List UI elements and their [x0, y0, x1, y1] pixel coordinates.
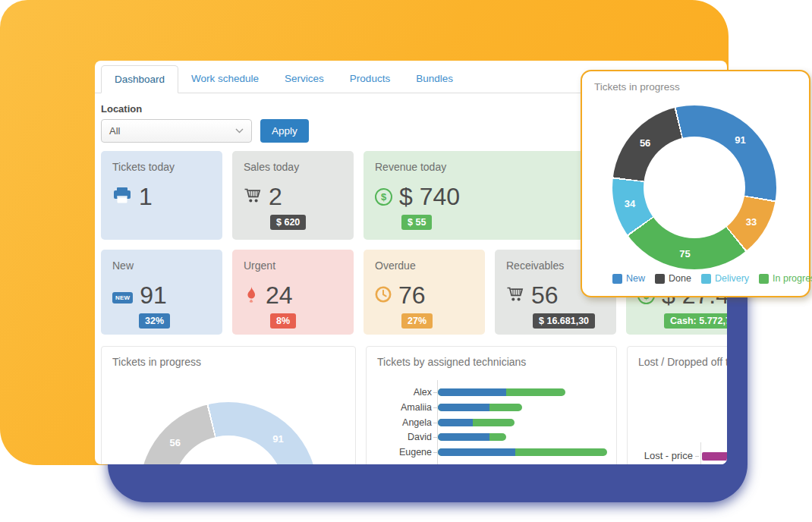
cart-icon: [506, 286, 524, 302]
tab-work-schedule[interactable]: Work schedule: [178, 65, 272, 93]
axis-tick: [433, 407, 437, 408]
technicians-card: Tickets by assigned technicians AlexAmal…: [366, 346, 617, 464]
cart-icon: [244, 187, 262, 203]
stat-card-new: NewNEW9132%: [101, 250, 222, 335]
flame-icon: [244, 285, 259, 303]
technicians-title: Tickets by assigned technicians: [377, 356, 606, 368]
technician-name: Eugene: [367, 447, 432, 458]
stat-card-main: 76: [375, 281, 474, 310]
page-background: DashboardWork scheduleServicesProductsBu…: [0, 0, 812, 522]
technician-row-david: David: [367, 429, 616, 445]
stat-card-value: 91: [140, 281, 167, 310]
tab-services[interactable]: Services: [272, 65, 337, 93]
lost-price-bar: [702, 452, 727, 461]
donut-segment-label-pending: 33: [746, 215, 757, 227]
axis-tick: [695, 456, 699, 457]
location-select[interactable]: All: [101, 119, 252, 143]
donut-segment-label-in-progress: 75: [679, 247, 690, 259]
legend-label: Done: [669, 273, 691, 284]
tab-products[interactable]: Products: [337, 65, 403, 93]
stat-card-value: $ 740: [399, 183, 460, 211]
stat-card-value: 24: [266, 281, 293, 310]
technician-bar-blue-segment: [438, 433, 489, 441]
stat-card-badge: $ 16.681,30: [533, 313, 595, 329]
technician-bar: [438, 404, 522, 411]
clock-icon: [375, 286, 392, 303]
axis-tick: [433, 423, 437, 423]
legend-swatch: [655, 274, 665, 284]
technician-bar-blue-segment: [438, 404, 489, 411]
legend-item-in-progress: In progress: [759, 273, 812, 284]
stat-card-badge: Cash: 5.772,72 | Ca: [664, 313, 727, 329]
legend-label: In progress: [773, 273, 812, 284]
legend-item-done: Done: [655, 273, 691, 284]
apply-button[interactable]: Apply: [260, 119, 309, 143]
donut-legend: NewDoneDeliveryIn progressPending: [612, 273, 812, 284]
technician-row-eugene: Eugene: [367, 445, 616, 460]
stat-card-badge: 32%: [139, 313, 170, 329]
stat-card-title: New: [112, 259, 211, 272]
technician-bar: [438, 448, 607, 456]
stat-card-title: Sales today: [244, 161, 342, 174]
stat-card-main: 1: [112, 183, 211, 211]
axis-tick: [433, 392, 437, 393]
stat-card-main: NEW91: [112, 281, 211, 310]
technician-name: Angela: [367, 417, 432, 428]
stat-card-badge: 8%: [270, 313, 296, 329]
stat-card-title: Tickets today: [112, 161, 211, 174]
technician-bar-blue-segment: [438, 419, 473, 426]
technician-name: Amaliia: [367, 402, 432, 413]
donut-segment-label-new: 91: [735, 134, 745, 145]
tickets-in-progress-title: Tickets in progress: [112, 356, 345, 368]
axis-tick: [433, 437, 437, 438]
stat-card-main: 2: [244, 183, 342, 211]
stat-card-sales-today: Sales today2$ 620: [232, 151, 354, 240]
lost-price-label: Lost - price: [628, 450, 693, 461]
technician-row-angela: Angela: [367, 415, 616, 430]
donut-popup-hole: [644, 137, 745, 238]
technician-bar: [438, 433, 506, 441]
stat-card-value: 56: [531, 281, 559, 310]
technician-row-alex: Alex: [367, 385, 616, 400]
technician-bar: [438, 388, 565, 396]
donut-segment-label-done: 56: [169, 437, 180, 448]
stat-card-badge: $ 55: [401, 215, 432, 230]
legend-label: Delivery: [715, 273, 749, 284]
technician-bar: [438, 419, 515, 426]
legend-swatch: [701, 274, 711, 284]
stat-card-badge: $ 620: [270, 215, 306, 230]
chart-row: Tickets in progress 9133753456 Tickets b…: [101, 346, 721, 464]
stat-card-overdue: Overdue7627%: [364, 250, 485, 335]
tab-bundles[interactable]: Bundles: [403, 65, 466, 93]
technician-name: Alex: [367, 387, 432, 398]
new-badge-icon: NEW: [112, 292, 133, 303]
tickets-popup-donut-chart: 9133753456: [612, 105, 776, 269]
donut-faded-hole: [173, 436, 283, 464]
technician-bar-blue-segment: [438, 448, 515, 456]
stat-card-urgent: Urgent248%: [232, 250, 354, 335]
tickets-in-progress-donut-chart: 9133753456: [140, 402, 317, 464]
lost-dropped-card: Lost / Dropped off tickets Lost - price: [627, 346, 727, 464]
stat-card-badge: 27%: [401, 313, 433, 329]
technician-bar-blue-segment: [438, 388, 506, 396]
chevron-down-icon: [235, 128, 244, 134]
stat-card-value: 1: [139, 183, 153, 211]
tickets-in-progress-card: Tickets in progress 9133753456: [101, 346, 356, 464]
lost-dropped-title: Lost / Dropped off tickets: [638, 356, 727, 368]
stat-card-value: 2: [269, 183, 282, 211]
stat-card-title: Urgent: [244, 259, 342, 272]
location-select-value: All: [109, 125, 120, 137]
legend-item-delivery: Delivery: [701, 273, 749, 284]
donut-segment-label-new: 91: [272, 433, 283, 445]
tab-dashboard[interactable]: Dashboard: [101, 65, 178, 93]
stat-card-tickets-today: Tickets today1: [101, 151, 222, 240]
axis-tick: [433, 452, 437, 453]
legend-item-new: New: [612, 273, 645, 284]
legend-swatch: [612, 274, 622, 284]
donut-segment-label-done: 56: [640, 137, 650, 149]
lost-axis-line: [700, 442, 701, 464]
stat-card-title: Overdue: [375, 259, 474, 272]
technician-name: David: [367, 432, 432, 442]
printer-icon: [112, 187, 132, 203]
stat-card-main: 24: [244, 281, 342, 310]
